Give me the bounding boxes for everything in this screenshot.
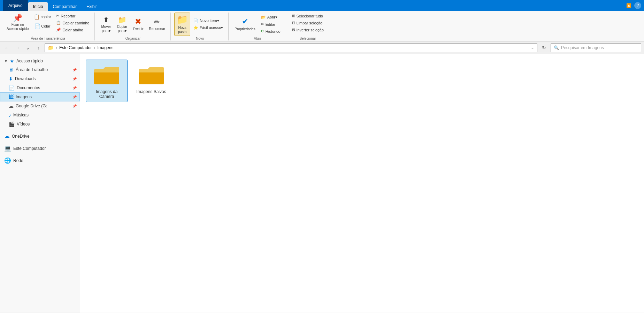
up-button[interactable]: ↑ (34, 44, 43, 52)
ribbon-group-select: ⊞ Selecionar tudo ⊟ Limpar seleção ⊠ Inv… (287, 13, 329, 40)
ribbon-group-open: ✔ Propriedades 📂 Abrir▾ ✏ Editar ⟳ Histó… (229, 13, 286, 40)
clipboard-group-label: Área de Transferência (31, 37, 65, 40)
desktop-label: Área de Trabalho (16, 67, 48, 72)
inverter-selecao-label: Inverter seleção (297, 28, 324, 32)
facil-acesso-button[interactable]: ⭐ Fácil acesso▾ (191, 24, 225, 31)
search-placeholder: Pesquisar em Imagens (561, 45, 604, 50)
copy-icon: 📋 (34, 14, 40, 20)
sidebar-item-images[interactable]: 🖼 Imagens 📌 (0, 92, 80, 101)
editar-label: Editar (266, 22, 276, 26)
open-group-label: Abrir (254, 37, 261, 40)
mover-para-button[interactable]: ⬆ Moverpara▾ (98, 14, 114, 35)
paste-icon: 📄 (34, 23, 40, 29)
tab-exibir[interactable]: Exibir (82, 2, 102, 11)
abrir-label: Abrir▾ (267, 15, 277, 20)
videos-label: Vídeos (17, 122, 30, 127)
abrir-button[interactable]: 📂 Abrir▾ (259, 14, 283, 21)
editar-button[interactable]: ✏ Editar (259, 21, 283, 28)
renomear-button[interactable]: ✏ Renomear (146, 16, 168, 33)
propriedades-button[interactable]: ✔ Propriedades (232, 15, 258, 33)
sidebar-item-musicas[interactable]: ♪ Músicas (0, 110, 80, 120)
pin-icon-docs: 📌 (72, 86, 77, 90)
help-icon[interactable]: ? (634, 2, 641, 9)
path-part-computer[interactable]: Este Computador (59, 45, 92, 50)
este-computador-section[interactable]: 💻 Este Computador (0, 144, 80, 153)
folder-saved-label: Imagens Salvas (136, 89, 166, 94)
folder-icon-small: 📁 (48, 45, 54, 51)
folder-saved-icon (137, 63, 165, 87)
chevron-up-icon: 🔼 (626, 3, 631, 8)
selecionar-tudo-label: Selecionar tudo (297, 14, 323, 18)
copiar-para-label: Copiarpara▾ (117, 25, 127, 33)
downloads-icon: ⬇ (9, 76, 13, 82)
desktop-icon: 🖥 (9, 67, 14, 72)
folder-imagens-camera[interactable]: Imagens daCâmera (86, 60, 128, 102)
colar-button[interactable]: 📄 Colar (32, 22, 53, 31)
downloads-label: Downloads (15, 76, 36, 81)
selecionar-tudo-button[interactable]: ⊞ Selecionar tudo (290, 13, 326, 19)
tab-inicio[interactable]: Início (28, 2, 48, 11)
refresh-button[interactable]: ↻ (539, 43, 549, 52)
copiar-button[interactable]: 📋 copiar (32, 13, 53, 21)
sidebar-divider-3 (0, 153, 80, 156)
address-path[interactable]: 📁 › Este Computador › Imagens ⌄ (45, 43, 537, 52)
recent-locations-button[interactable]: ⌄ (24, 44, 32, 52)
nova-pasta-label: Novapasta (178, 26, 186, 34)
dropdown-arrow[interactable]: ⌄ (531, 45, 534, 50)
copy-path-icon: 📋 (56, 21, 61, 25)
fixar-button[interactable]: 📌 Fixar noAcesso rápido (4, 13, 31, 33)
new-item-icon: 📄 (193, 18, 198, 23)
sidebar-item-desktop[interactable]: 🖥 Área de Trabalho 📌 (0, 65, 80, 74)
recortar-label: Recortar (61, 14, 75, 18)
tab-arquivo[interactable]: Arquivo (3, 0, 28, 11)
mover-para-label: Moverpara▾ (101, 25, 111, 33)
easy-access-icon: ⭐ (193, 25, 198, 30)
path-part-images[interactable]: Imagens (97, 45, 113, 50)
search-icon: 🔍 (554, 45, 559, 50)
novo-item-label: Novo item▾ (200, 18, 219, 23)
novo-item-button[interactable]: 📄 Novo item▾ (191, 17, 225, 24)
images-icon: 🖼 (9, 94, 14, 100)
ribbon-tabs: Arquivo Início Compartilhar Exibir (3, 0, 102, 11)
colar-atalho-button[interactable]: 📌 Colar atalho (54, 26, 92, 33)
folder-imagens-salvas[interactable]: Imagens Salvas (130, 60, 172, 102)
copiar-caminho-label: Copiar caminho (62, 21, 89, 25)
computer-icon: 💻 (4, 145, 11, 152)
delete-icon: ✖ (135, 17, 141, 26)
tab-compartilhar[interactable]: Compartilhar (48, 2, 82, 11)
copiar-caminho-button[interactable]: 📋 Copiar caminho (54, 20, 92, 26)
rede-section[interactable]: 🌐 Rede (0, 156, 80, 165)
copiar-para-button[interactable]: 📁 Copiarpara▾ (114, 14, 130, 35)
quick-access-header[interactable]: ▼ ★ Acesso rápido (0, 57, 80, 65)
back-button[interactable]: ← (3, 44, 11, 52)
sidebar-item-videos[interactable]: 🎬 Vídeos (0, 120, 80, 129)
google-drive-icon: ☁ (9, 103, 14, 109)
sidebar-item-google-drive[interactable]: ☁ Google Drive (G: 📌 (0, 101, 80, 110)
onedrive-section[interactable]: ☁ OneDrive (0, 131, 80, 141)
path-separator-1: › (56, 45, 57, 50)
limpar-selecao-button[interactable]: ⊟ Limpar seleção (290, 20, 326, 26)
forward-button[interactable]: → (13, 44, 22, 52)
nova-pasta-button[interactable]: 📁 Novapasta (174, 13, 190, 36)
select-all-icon: ⊞ (292, 14, 295, 18)
historico-label: Histórico (266, 29, 281, 33)
address-bar: ← → ⌄ ↑ 📁 › Este Computador › Imagens ⌄ … (0, 41, 644, 54)
inverter-selecao-button[interactable]: ⊠ Inverter seleção (290, 26, 326, 33)
recortar-button[interactable]: ✂ Recortar (54, 13, 92, 19)
title-bar-right: 🔼 ? (626, 2, 641, 9)
new-folder-icon: 📁 (177, 14, 188, 25)
images-label: Imagens (16, 94, 32, 99)
organize-group-label: Organizar (125, 37, 141, 40)
quick-access-label: Acesso rápido (16, 59, 43, 63)
colar-label: Colar (41, 24, 50, 29)
main-layout: ▼ ★ Acesso rápido 🖥 Área de Trabalho 📌 ⬇… (0, 54, 644, 313)
renomear-label: Renomear (149, 27, 165, 31)
open-icon: 📂 (261, 15, 266, 20)
sidebar-item-downloads[interactable]: ⬇ Downloads 📌 (0, 74, 80, 83)
pin-icon-images: 📌 (72, 95, 77, 99)
excluir-button[interactable]: ✖ Excluir (130, 15, 146, 33)
historico-button[interactable]: ⟳ Histórico (259, 28, 283, 35)
sidebar-item-documents[interactable]: 📄 Documentos 📌 (0, 83, 80, 92)
title-bar: Arquivo Início Compartilhar Exibir 🔼 ? (0, 0, 644, 11)
search-box[interactable]: 🔍 Pesquisar em Imagens (551, 43, 641, 52)
